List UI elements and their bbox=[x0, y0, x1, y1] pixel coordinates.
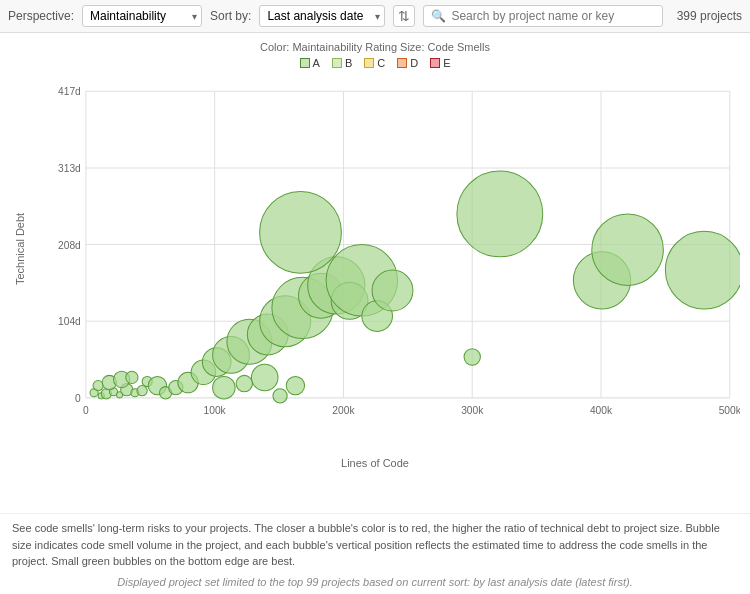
legend-label-b: B bbox=[345, 57, 352, 69]
legend-box-d bbox=[397, 58, 407, 68]
svg-point-52 bbox=[457, 171, 543, 257]
svg-text:400k: 400k bbox=[590, 405, 613, 416]
chart-svg: 0 104d 208d 313d 417d 0 100k 200k 300k 4… bbox=[45, 75, 740, 455]
svg-point-29 bbox=[137, 386, 147, 396]
chart-plot: 0 104d 208d 313d 417d 0 100k 200k 300k 4… bbox=[45, 75, 740, 455]
legend-item-e: E bbox=[430, 57, 450, 69]
legend-box-a bbox=[300, 58, 310, 68]
svg-text:0: 0 bbox=[75, 393, 81, 404]
legend-item-a: A bbox=[300, 57, 320, 69]
footer-note: Displayed project set limited to the top… bbox=[0, 574, 750, 590]
x-axis-label: Lines of Code bbox=[0, 457, 750, 469]
legend-label-c: C bbox=[377, 57, 385, 69]
legend: A B C D E bbox=[0, 57, 750, 69]
svg-text:500k: 500k bbox=[719, 405, 740, 416]
svg-point-56 bbox=[665, 231, 740, 309]
legend-label-d: D bbox=[410, 57, 418, 69]
svg-text:100k: 100k bbox=[204, 405, 227, 416]
svg-point-60 bbox=[251, 364, 278, 391]
sortby-label: Sort by: bbox=[210, 9, 251, 23]
search-icon: 🔍 bbox=[431, 9, 446, 23]
filter-button[interactable]: ⇅ bbox=[393, 5, 415, 27]
legend-label-e: E bbox=[443, 57, 450, 69]
svg-point-33 bbox=[126, 371, 138, 383]
project-count: 399 projects bbox=[677, 9, 742, 23]
sortby-select-wrapper: Last analysis date ▾ bbox=[259, 5, 385, 27]
legend-item-b: B bbox=[332, 57, 352, 69]
svg-text:0: 0 bbox=[83, 405, 89, 416]
footer-description: See code smells' long-term risks to your… bbox=[0, 513, 750, 574]
svg-text:208d: 208d bbox=[58, 240, 81, 251]
search-box: 🔍 bbox=[423, 5, 663, 27]
legend-item-d: D bbox=[397, 57, 418, 69]
svg-text:313d: 313d bbox=[58, 163, 81, 174]
svg-text:104d: 104d bbox=[58, 316, 81, 327]
perspective-select-wrapper: Maintainability ▾ bbox=[82, 5, 202, 27]
svg-point-51 bbox=[372, 270, 413, 311]
svg-point-62 bbox=[286, 376, 304, 394]
legend-box-e bbox=[430, 58, 440, 68]
legend-box-c bbox=[364, 58, 374, 68]
legend-item-c: C bbox=[364, 57, 385, 69]
search-input[interactable] bbox=[451, 9, 655, 23]
perspective-label: Perspective: bbox=[8, 9, 74, 23]
svg-point-30 bbox=[93, 380, 103, 390]
perspective-select[interactable]: Maintainability bbox=[82, 5, 202, 27]
svg-text:300k: 300k bbox=[461, 405, 484, 416]
legend-box-b bbox=[332, 58, 342, 68]
svg-point-58 bbox=[213, 376, 235, 398]
legend-label-a: A bbox=[313, 57, 320, 69]
svg-point-61 bbox=[273, 389, 287, 403]
chart-area: Color: Maintainability Rating Size: Code… bbox=[0, 33, 750, 513]
svg-text:417d: 417d bbox=[58, 86, 81, 97]
chart-title: Color: Maintainability Rating Size: Code… bbox=[0, 41, 750, 53]
sortby-select[interactable]: Last analysis date bbox=[259, 5, 385, 27]
svg-text:200k: 200k bbox=[332, 405, 355, 416]
toolbar: Perspective: Maintainability ▾ Sort by: … bbox=[0, 0, 750, 33]
svg-point-54 bbox=[592, 214, 664, 286]
svg-point-55 bbox=[260, 191, 342, 273]
svg-point-59 bbox=[236, 375, 252, 391]
y-axis-label: Technical Debt bbox=[14, 245, 26, 285]
svg-point-57 bbox=[464, 349, 480, 365]
